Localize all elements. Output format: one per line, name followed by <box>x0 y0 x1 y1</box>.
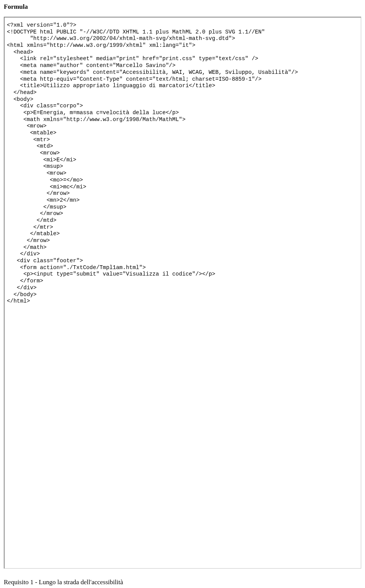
code-block-container: <?xml version="1.0"?> <!DOCTYPE html PUB… <box>4 17 361 569</box>
page-footer-text: Requisito 1 - Lungo la strada dell'acces… <box>4 578 123 586</box>
document-page: Formula <?xml version="1.0"?> <!DOCTYPE … <box>0 0 365 572</box>
code-block: <?xml version="1.0"?> <!DOCTYPE html PUB… <box>7 22 359 305</box>
section-heading: Formula <box>4 3 361 11</box>
